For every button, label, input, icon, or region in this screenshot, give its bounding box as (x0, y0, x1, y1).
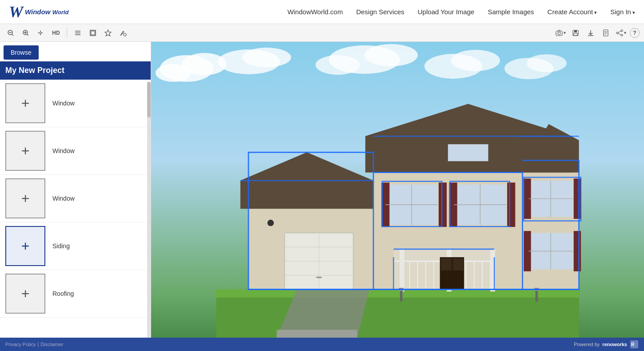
logo-text: Window World (25, 8, 68, 16)
canvas-area[interactable] (151, 42, 644, 338)
toolbar-right: ▾ ▾ ? (554, 27, 640, 39)
svg-rect-106 (400, 289, 402, 301)
share-dropdown-arrow: ▾ (624, 30, 626, 35)
zoom-out-button[interactable] (4, 27, 17, 39)
svg-rect-108 (536, 289, 538, 301)
renoworks-icon: R (630, 340, 639, 349)
logo-world: World (52, 9, 69, 16)
sidebar-item-window-2[interactable]: + Window (0, 127, 147, 175)
nav-windowworld[interactable]: WindowWorld.com (288, 8, 343, 16)
sidebar-scrollbar-thumb[interactable] (147, 82, 151, 117)
camera-button[interactable]: ▾ (554, 27, 567, 39)
sidebar-scrollbar-track[interactable] (147, 82, 151, 338)
list-button[interactable] (72, 27, 84, 39)
svg-rect-78 (453, 258, 464, 270)
sidebar-item-siding[interactable]: + Siding (0, 222, 147, 270)
svg-marker-13 (105, 30, 111, 36)
sidebar-item-roofing[interactable]: + Roofing (0, 270, 147, 318)
nav-upload-image[interactable]: Upload Your Image (418, 8, 475, 16)
project-title: My New Project (0, 61, 151, 80)
item-thumbnail-window-1[interactable]: + (5, 83, 45, 123)
powered-by-label: Powered by (574, 342, 600, 347)
item-label-window-1: Window (52, 100, 75, 107)
svg-rect-104 (448, 144, 488, 161)
svg-line-6 (27, 34, 28, 36)
header: W Window World WindowWorld.com Design Se… (0, 0, 644, 24)
logo-w-letter: W (9, 3, 23, 21)
logo-window: Window (25, 8, 50, 16)
crop-button[interactable] (87, 27, 99, 39)
item-thumbnail-window-2[interactable]: + (5, 131, 45, 171)
svg-rect-12 (91, 31, 95, 35)
document-button[interactable] (600, 27, 612, 39)
move-button[interactable]: ✛ (35, 27, 47, 39)
add-siding-icon: + (21, 238, 30, 254)
share-button[interactable]: ▾ (615, 27, 627, 39)
browse-button[interactable]: Browse (4, 45, 39, 60)
main-area: Browse My New Project + Window + Window … (0, 42, 644, 338)
svg-rect-87 (507, 182, 515, 227)
nav-create-account[interactable]: Create Account (548, 8, 597, 16)
zoom-in-button[interactable] (20, 27, 32, 39)
add-window-1-icon: + (21, 95, 30, 112)
privacy-policy-link[interactable]: Privacy Policy (5, 342, 36, 347)
sidebar: Browse My New Project + Window + Window … (0, 42, 151, 338)
footer: Privacy Policy | Disclaimer Powered by r… (0, 338, 644, 351)
hd-button[interactable]: HD (50, 27, 62, 39)
svg-rect-44 (216, 289, 579, 297)
item-thumbnail-roofing[interactable]: + (5, 274, 45, 314)
toolbar-separator-1 (67, 28, 67, 38)
toolbar: ✛ HD ▾ ▾ ? (0, 24, 644, 42)
main-nav: WindowWorld.com Design Services Upload Y… (288, 8, 635, 16)
svg-line-2 (12, 34, 13, 36)
svg-rect-98 (574, 231, 581, 271)
item-label-siding: Siding (52, 242, 70, 250)
svg-text:✛: ✛ (38, 29, 43, 36)
item-label-roofing: Roofing (52, 290, 74, 297)
svg-point-16 (558, 32, 560, 35)
add-window-3-icon: + (21, 190, 30, 207)
save-button[interactable] (569, 27, 582, 39)
star-button[interactable] (102, 27, 114, 39)
svg-line-30 (618, 33, 621, 35)
svg-rect-46 (276, 330, 357, 338)
svg-rect-73 (400, 249, 404, 291)
item-thumbnail-siding[interactable]: + (5, 226, 45, 266)
nav-sample-images[interactable]: Sample Images (488, 8, 534, 16)
item-thumbnail-window-3[interactable]: + (5, 178, 45, 218)
paint-button[interactable] (117, 27, 129, 39)
svg-line-29 (618, 31, 621, 32)
footer-separator: | (37, 342, 39, 347)
svg-point-14 (124, 33, 126, 36)
logo-area: W Window World (9, 3, 68, 21)
svg-point-27 (621, 34, 623, 36)
disclaimer-link[interactable]: Disclaimer (40, 342, 63, 347)
download-button[interactable] (584, 27, 597, 39)
nav-sign-in[interactable]: Sign In (610, 8, 635, 16)
add-roofing-icon: + (21, 286, 30, 302)
svg-text:R: R (631, 342, 635, 347)
svg-rect-53 (316, 276, 322, 278)
svg-point-26 (621, 30, 623, 32)
sidebar-item-window-1[interactable]: + Window (0, 80, 147, 127)
svg-rect-93 (574, 178, 581, 219)
item-label-window-2: Window (52, 147, 75, 154)
house-scene (151, 72, 644, 338)
footer-right: Powered by renoworks R (574, 340, 639, 349)
camera-dropdown-arrow: ▾ (564, 30, 566, 35)
svg-point-28 (616, 32, 618, 34)
svg-point-54 (268, 219, 274, 226)
add-window-2-icon: + (21, 143, 30, 159)
svg-rect-19 (574, 33, 577, 36)
nav-design-services[interactable]: Design Services (356, 8, 404, 16)
svg-rect-77 (441, 258, 452, 270)
help-button[interactable]: ? (630, 28, 640, 38)
renoworks-label: renoworks (602, 342, 627, 347)
items-list: + Window + Window + Window (0, 80, 151, 338)
svg-rect-90 (523, 160, 579, 289)
item-label-window-3: Window (52, 195, 75, 202)
sidebar-item-window-3[interactable]: + Window (0, 175, 147, 222)
svg-rect-18 (574, 30, 577, 32)
svg-rect-82 (439, 182, 447, 227)
